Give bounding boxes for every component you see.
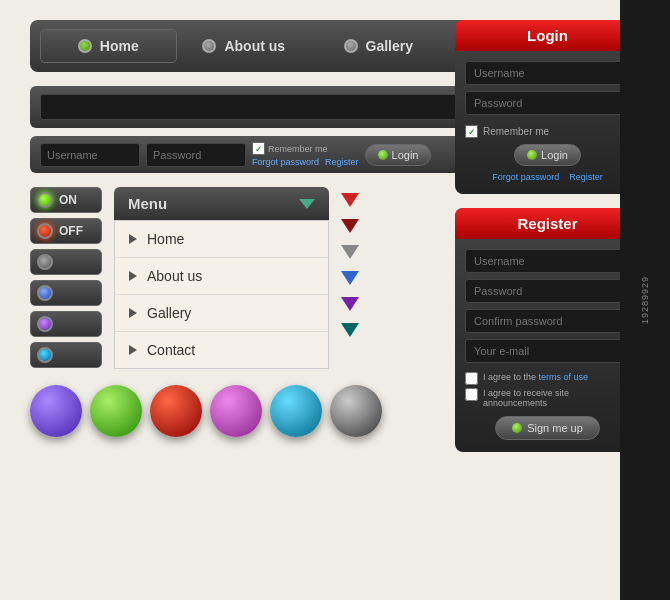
menu-title: Menu xyxy=(128,195,167,212)
triangle-3 xyxy=(341,245,359,259)
toggle-3-circle xyxy=(37,254,53,270)
triangle-4 xyxy=(341,271,359,285)
triangle-5 xyxy=(341,297,359,311)
register-box-header: Register xyxy=(455,208,640,239)
menu-item-contact-label: Contact xyxy=(147,342,195,358)
toggle-on[interactable]: ON xyxy=(30,187,102,213)
register-terms-row: I agree to the terms of use xyxy=(465,372,630,385)
toggle-3[interactable] xyxy=(30,249,102,275)
toggle-on-circle xyxy=(37,192,53,208)
menu-play-icon-3 xyxy=(129,308,137,318)
nav-home[interactable]: Home xyxy=(40,29,177,63)
toggle-4-circle xyxy=(37,285,53,301)
login-remember-row: ✓ Remember me xyxy=(465,125,630,138)
login-box-button[interactable]: Login xyxy=(514,144,581,166)
ball-red[interactable] xyxy=(150,385,202,437)
toggle-on-label: ON xyxy=(59,193,77,207)
menu-item-home[interactable]: Home xyxy=(115,221,328,258)
toggle-5[interactable] xyxy=(30,311,102,337)
nav-dot-gallery xyxy=(344,39,358,53)
toggle-off-circle xyxy=(37,223,53,239)
menu-play-icon-2 xyxy=(129,271,137,281)
login-links-row: Forgot password Register xyxy=(455,172,640,182)
loginbar-btn-label: Login xyxy=(392,149,419,161)
toggle-4[interactable] xyxy=(30,280,102,306)
nav-gallery[interactable]: Gallery xyxy=(311,30,446,62)
triangle-6 xyxy=(341,323,359,337)
login-remember-label: Remember me xyxy=(483,126,549,137)
menu-play-icon-4 xyxy=(129,345,137,355)
login-remember-checkbox[interactable]: ✓ xyxy=(465,125,478,138)
toggle-off-label: OFF xyxy=(59,224,83,238)
menu-item-about-label: About us xyxy=(147,268,202,284)
login-btn-label: Login xyxy=(541,149,568,161)
register-confirm-field[interactable] xyxy=(465,309,630,333)
nav-home-label: Home xyxy=(100,38,139,54)
menu-item-contact[interactable]: Contact xyxy=(115,332,328,368)
menu-header[interactable]: Menu xyxy=(114,187,329,220)
menu-dropdown-icon[interactable] xyxy=(299,199,315,209)
login-username-field[interactable] xyxy=(465,61,630,85)
menu-item-home-label: Home xyxy=(147,231,184,247)
right-panel: Login ✓ Remember me Login Forgot passwor… xyxy=(455,20,640,452)
forgot-password-link[interactable]: Forgot password xyxy=(252,157,319,167)
nav-about-label: About us xyxy=(224,38,285,54)
register-username-field[interactable] xyxy=(465,249,630,273)
sign-btn-label: Sign me up xyxy=(527,422,583,434)
login-box-header: Login xyxy=(455,20,640,51)
register-announce-checkbox[interactable] xyxy=(465,388,478,401)
nav-about[interactable]: About us xyxy=(177,30,312,62)
menu-body: Home About us Gallery Contact xyxy=(114,220,329,369)
loginbar-login-button[interactable]: Login xyxy=(365,144,432,166)
triangle-2 xyxy=(341,219,359,233)
register-email-field[interactable] xyxy=(465,339,630,363)
nav-dot-about xyxy=(202,39,216,53)
register-announce-row: I agree to receive site announcements xyxy=(465,388,630,408)
register-terms-text: I agree to the terms of use xyxy=(483,372,588,382)
loginbar-btn-dot xyxy=(378,150,388,160)
register-box: Register I agree to the terms of use I a… xyxy=(455,208,640,452)
sign-up-btn-container: Sign me up xyxy=(455,416,640,440)
loginbar-remember-label: Remember me xyxy=(268,144,328,154)
login-password-field[interactable] xyxy=(465,91,630,115)
register-password-field[interactable] xyxy=(465,279,630,303)
toggle-6-circle xyxy=(37,347,53,363)
login-register-link[interactable]: Register xyxy=(569,172,603,182)
nav-gallery-label: Gallery xyxy=(366,38,413,54)
menu-container: Menu Home About us Gallery Con xyxy=(114,187,329,369)
sign-up-button[interactable]: Sign me up xyxy=(495,416,600,440)
loginbar-password[interactable] xyxy=(146,143,246,167)
toggle-6[interactable] xyxy=(30,342,102,368)
sign-btn-dot xyxy=(512,423,522,433)
login-box: Login ✓ Remember me Login Forgot passwor… xyxy=(455,20,640,194)
register-announce-label: I agree to receive site announcements xyxy=(483,388,630,408)
menu-play-icon xyxy=(129,234,137,244)
loginbar-remember-checkbox[interactable]: ✓ xyxy=(252,142,265,155)
triangle-1 xyxy=(341,193,359,207)
loginbar-remember-area: ✓ Remember me Forgot password Register xyxy=(252,142,359,167)
nav-dot-home xyxy=(78,39,92,53)
menu-item-gallery[interactable]: Gallery xyxy=(115,295,328,332)
login-forgot-link[interactable]: Forgot password xyxy=(492,172,559,182)
terms-link[interactable]: terms of use xyxy=(539,372,589,382)
loginbar-username[interactable] xyxy=(40,143,140,167)
toggle-off[interactable]: OFF xyxy=(30,218,102,244)
watermark-text: 19289929 xyxy=(640,276,650,324)
toggle-5-circle xyxy=(37,316,53,332)
ball-purple[interactable] xyxy=(30,385,82,437)
ball-magenta[interactable] xyxy=(210,385,262,437)
toggle-column: ON OFF xyxy=(30,187,102,368)
watermark: 19289929 xyxy=(620,0,670,600)
ball-gray[interactable] xyxy=(330,385,382,437)
ball-cyan[interactable] xyxy=(270,385,322,437)
search-input[interactable] xyxy=(40,94,510,120)
register-link[interactable]: Register xyxy=(325,157,359,167)
menu-item-gallery-label: Gallery xyxy=(147,305,191,321)
ball-green[interactable] xyxy=(90,385,142,437)
register-terms-checkbox[interactable] xyxy=(465,372,478,385)
triangles-column xyxy=(341,187,359,337)
login-btn-dot xyxy=(527,150,537,160)
menu-item-about[interactable]: About us xyxy=(115,258,328,295)
